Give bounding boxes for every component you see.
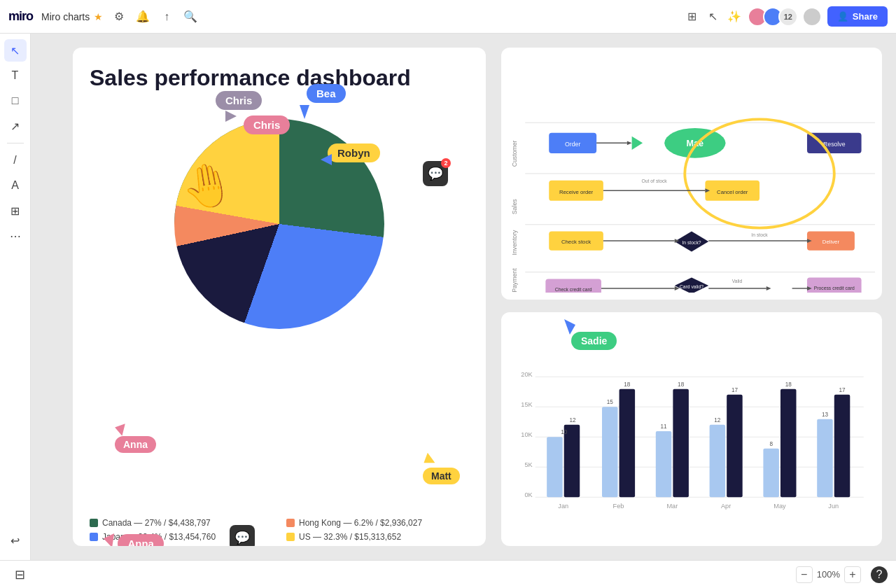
svg-text:5K: 5K xyxy=(524,461,533,468)
svg-text:15K: 15K xyxy=(521,401,533,408)
undo-tool[interactable]: ↩ xyxy=(4,529,27,552)
svg-text:18: 18 xyxy=(678,382,685,388)
bar-may-b xyxy=(780,389,797,498)
svg-text:Customer: Customer xyxy=(511,140,518,167)
svg-text:20K: 20K xyxy=(521,371,533,378)
share-upload-icon[interactable]: ↑ xyxy=(159,9,174,24)
miro-logo: miro xyxy=(8,9,33,24)
avatar-group: 12 xyxy=(748,7,822,27)
svg-text:Out of stock: Out of stock xyxy=(642,178,668,183)
svg-text:18: 18 xyxy=(785,382,792,388)
bar-jan-a xyxy=(547,437,563,497)
svg-text:10: 10 xyxy=(561,429,568,435)
star-icon[interactable]: ★ xyxy=(94,11,103,22)
notifications-icon[interactable]: 🔔 xyxy=(135,9,150,24)
svg-text:Payment: Payment xyxy=(511,268,518,293)
legend-label-us: US — 32.3% / $15,313,652 xyxy=(299,532,401,542)
chat-icon-1[interactable]: 💬 2 xyxy=(423,161,448,186)
bar-jan-b xyxy=(564,425,580,497)
svg-text:10K: 10K xyxy=(521,431,533,438)
settings-icon[interactable]: ⚙ xyxy=(111,9,127,24)
zoom-level: 100% xyxy=(817,569,840,580)
svg-text:Mar: Mar xyxy=(666,503,678,510)
zoom-out-button[interactable]: − xyxy=(796,566,813,583)
svg-text:Jan: Jan xyxy=(558,503,568,510)
svg-text:Deliver: Deliver xyxy=(822,239,840,245)
avatar-count: 12 xyxy=(778,7,798,27)
cursor-icon[interactable]: ↖ xyxy=(706,9,721,24)
svg-text:0K: 0K xyxy=(524,491,533,498)
apps-icon[interactable]: ⊞ xyxy=(685,9,700,24)
notif-badge: 2 xyxy=(441,158,451,168)
search-icon[interactable]: 🔍 xyxy=(183,9,198,24)
topbar-left: miro Miro charts ★ ⚙ 🔔 ↑ 🔍 xyxy=(8,9,198,24)
svg-text:Check stock: Check stock xyxy=(561,239,591,245)
bar-apr-b xyxy=(727,395,743,497)
shapes-tool[interactable]: A xyxy=(4,174,27,197)
svg-text:17: 17 xyxy=(839,387,846,393)
svg-text:15: 15 xyxy=(607,399,614,405)
sales-dashboard-panel: Sales performance dashboard Chris Chris … xyxy=(73,48,486,546)
legend-dot-hongkong xyxy=(286,519,295,527)
legend-dot-canada xyxy=(90,519,98,527)
flowchart-wrap: Customer Sales Inventory Payment Order xyxy=(508,55,875,293)
svg-text:In stock: In stock xyxy=(751,232,768,237)
select-tool[interactable]: ↖ xyxy=(4,39,27,62)
bar-mar-b xyxy=(673,389,689,498)
svg-text:12: 12 xyxy=(569,417,576,424)
left-toolbar: ↖ T □ ↗ / A ⊞ ⋯ ↩ ⊟ xyxy=(0,34,31,588)
avatar-me xyxy=(802,7,822,27)
svg-text:11: 11 xyxy=(661,424,668,430)
chart-legend: Canada — 27% / $4,438,797 Hong Kong — 6.… xyxy=(90,518,469,546)
bar-feb-b xyxy=(620,389,636,498)
board-title: Miro charts ★ xyxy=(41,11,103,22)
svg-marker-16 xyxy=(627,141,632,145)
topbar: miro Miro charts ★ ⚙ 🔔 ↑ 🔍 ⊞ ↖ ✨ 12 👤 Sh… xyxy=(0,0,896,34)
svg-text:Apr: Apr xyxy=(721,503,731,510)
pen-tool[interactable]: / xyxy=(4,149,27,172)
bar-chart-wrap: 0K 5K 10K 15K 20K 10 12 Jan xyxy=(512,323,871,535)
more-tools[interactable]: ⋯ xyxy=(4,225,27,247)
help-button[interactable]: ? xyxy=(871,566,888,583)
panel-toggle[interactable]: ⊟ xyxy=(8,564,31,586)
sticky-tool[interactable]: □ xyxy=(4,90,27,112)
share-button[interactable]: 👤 Share xyxy=(827,6,888,27)
svg-text:Process credit card: Process credit card xyxy=(814,286,855,290)
svg-marker-17 xyxy=(632,136,643,150)
pie-conic xyxy=(174,119,384,329)
legend-japan: Japan — 28.4% / $13,454,760 xyxy=(90,532,272,542)
bar-jun-a xyxy=(817,419,833,498)
bottom-toolbar: ⊟ − 100% + ? xyxy=(0,560,896,588)
svg-text:Sales: Sales xyxy=(511,199,518,214)
svg-text:Card valid?: Card valid? xyxy=(680,284,704,289)
text-tool[interactable]: T xyxy=(4,64,27,87)
bar-mar-a xyxy=(656,431,672,497)
legend-label-canada: Canada — 27% / $4,438,797 xyxy=(102,518,211,528)
bar-jun-b xyxy=(834,395,850,497)
bar-may-a xyxy=(763,449,779,498)
legend-dot-japan xyxy=(90,533,98,541)
legend-canada: Canada — 27% / $4,438,797 xyxy=(90,518,272,528)
svg-text:May: May xyxy=(774,503,786,510)
svg-text:Inventory: Inventory xyxy=(511,230,518,255)
flowchart-panel: Customer Sales Inventory Payment Order xyxy=(501,48,882,300)
svg-text:Cancel order: Cancel order xyxy=(717,189,748,195)
zoom-controls: − 100% + ? xyxy=(796,566,888,583)
frame-tool[interactable]: ⊞ xyxy=(4,200,27,222)
share-icon: 👤 xyxy=(837,11,848,22)
flowchart-svg: Customer Sales Inventory Payment Order xyxy=(508,55,875,293)
connector-tool[interactable]: ↗ xyxy=(4,115,27,137)
svg-text:13: 13 xyxy=(822,412,829,418)
svg-text:Jun: Jun xyxy=(828,503,839,510)
legend-us: US — 32.3% / $15,313,652 xyxy=(286,532,469,542)
canvas: Sales performance dashboard Chris Chris … xyxy=(31,34,896,560)
svg-text:Receive order: Receive order xyxy=(559,189,594,195)
pie-chart: 🤚 xyxy=(160,105,398,343)
svg-text:In stock?: In stock? xyxy=(682,240,701,245)
svg-text:8: 8 xyxy=(769,441,773,447)
zoom-in-button[interactable]: + xyxy=(844,566,861,583)
legend-dot-us xyxy=(286,533,295,541)
topbar-right: ⊞ ↖ ✨ 12 👤 Share xyxy=(685,6,888,27)
svg-text:18: 18 xyxy=(624,382,631,388)
magic-icon[interactable]: ✨ xyxy=(727,9,742,24)
